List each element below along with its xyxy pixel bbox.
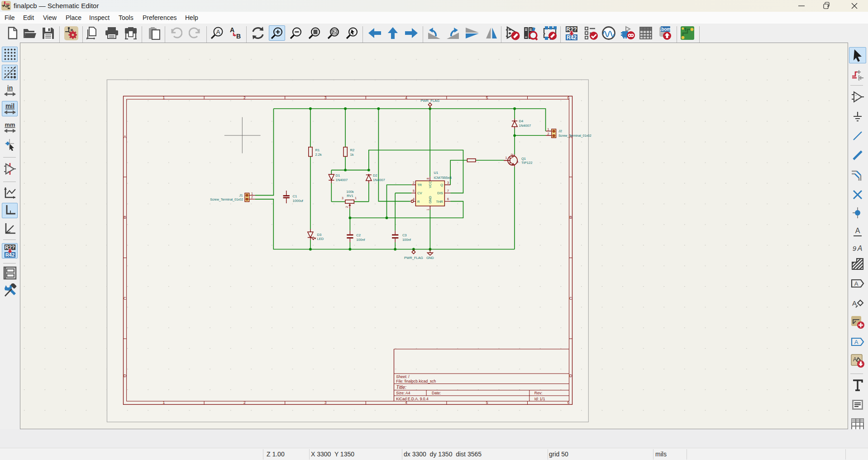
svg-text:PWR_FLAG: PWR_FLAG [420,99,439,103]
svg-text:RV1: RV1 [347,194,353,198]
svg-text:1: 1 [355,196,357,200]
svg-text:4: 4 [405,96,407,100]
svg-text:R: R [417,200,420,204]
svg-text:A: A [857,244,863,252]
svg-text:+: + [855,98,858,102]
svg-text:3: 3 [324,96,327,100]
svg-text:1: 1 [251,192,253,195]
svg-text:A: A [854,339,858,345]
svg-text:+: + [7,170,10,174]
svg-text:1: 1 [548,128,549,131]
svg-text:File: finalpcb.kicad_sch: File: finalpcb.kicad_sch [396,379,436,383]
svg-text:CV: CV [417,191,422,195]
svg-text:C3: C3 [402,233,407,237]
svg-text:A: A [216,29,220,35]
svg-text:R2: R2 [350,148,355,152]
svg-text:J2: J2 [558,129,562,133]
svg-text:ICM7555xB: ICM7555xB [434,176,452,180]
svg-text:2: 2 [413,181,415,184]
svg-text:C1: C1 [293,194,297,198]
svg-text:100nf: 100nf [356,238,365,242]
svg-text:3: 3 [342,196,343,200]
svg-text:1: 1 [426,209,429,211]
svg-text:KiCad E.D.A. 9.0.4: KiCad E.D.A. 9.0.4 [396,397,429,401]
svg-text:100nf: 100nf [402,238,411,242]
svg-text:Size: A4: Size: A4 [396,391,410,395]
svg-text:2: 2 [345,206,348,208]
svg-text:D: D [124,374,126,378]
svg-text:1: 1 [506,156,507,159]
svg-text:1: 1 [162,400,165,405]
svg-text:D4: D4 [519,119,524,123]
svg-text:D2: D2 [373,173,377,177]
svg-text:VCC: VCC [428,181,432,188]
svg-text:Sheet: /: Sheet: / [396,374,410,379]
svg-text:mil: mil [5,102,14,110]
svg-text:100k: 100k [346,190,354,194]
svg-text:-: - [7,164,9,169]
svg-text:5: 5 [413,189,415,192]
svg-text:A: A [230,26,234,34]
svg-text:Date:: Date: [432,391,441,395]
svg-text:3: 3 [517,160,519,163]
svg-text:GND: GND [428,196,432,203]
svg-text:1N4007: 1N4007 [336,178,348,182]
svg-text:6: 6 [447,197,449,201]
svg-text:J1: J1 [239,193,243,197]
svg-text:Title:: Title: [396,384,406,390]
svg-text:6: 6 [568,400,570,405]
svg-text:U1: U1 [434,171,439,175]
svg-text:1000uf: 1000uf [293,199,304,203]
svg-text:1N4007: 1N4007 [519,124,531,128]
svg-text:1k: 1k [350,153,354,157]
svg-text:-: - [855,93,857,97]
svg-text:Q1: Q1 [521,157,526,161]
svg-text:Rev:: Rev: [534,391,542,395]
svg-text:PWR_FLAG: PWR_FLAG [404,256,423,260]
svg-text:B: B [569,215,572,220]
svg-text:2: 2 [510,153,514,155]
svg-text:DIS: DIS [437,191,443,195]
svg-text:B: B [124,215,126,220]
svg-text:3: 3 [447,181,449,184]
svg-text:mm: mm [5,121,15,128]
svg-text:A: A [124,134,126,139]
svg-text:Id: 1/1: Id: 1/1 [534,397,545,401]
svg-text:D1: D1 [336,173,340,177]
svg-text:2.2k: 2.2k [315,153,322,157]
svg-text:8: 8 [426,178,429,180]
svg-text:LED: LED [317,237,324,241]
svg-text:5: 5 [486,96,488,100]
svg-text:C: C [124,296,126,301]
svg-text:A: A [855,227,860,235]
svg-text:A: A [853,356,857,363]
svg-text:TIP122: TIP122 [521,161,532,165]
svg-text:D3: D3 [317,233,322,237]
svg-text:TR: TR [417,183,422,187]
svg-text:GND: GND [426,256,434,260]
svg-text:B: B [236,33,241,40]
svg-text:in: in [7,84,12,91]
svg-text:.bom: .bom [660,27,671,32]
svg-text:Screw_Terminal_01x02: Screw_Terminal_01x02 [558,134,591,138]
svg-text:2: 2 [548,132,549,135]
svg-text:C: C [569,296,572,301]
svg-text:2: 2 [243,400,246,405]
svg-text:D: D [569,374,572,378]
svg-text:5: 5 [486,400,488,405]
svg-text:4: 4 [413,197,415,201]
svg-text:Screw_Terminal_01x02: Screw_Terminal_01x02 [210,198,243,201]
svg-text:6: 6 [568,96,570,100]
svg-text:7: 7 [447,189,449,192]
svg-text:A: A [854,280,858,287]
svg-text:R1: R1 [315,148,320,152]
svg-text:THR: THR [436,200,443,204]
svg-text:Q: Q [440,183,443,187]
svg-text:2: 2 [243,96,246,100]
svg-text:4: 4 [405,400,407,405]
svg-text:C2: C2 [356,233,361,237]
svg-text:3: 3 [324,400,327,405]
svg-text:9: 9 [853,244,857,252]
svg-text:1: 1 [162,96,165,100]
svg-text:1N4007: 1N4007 [373,178,385,182]
